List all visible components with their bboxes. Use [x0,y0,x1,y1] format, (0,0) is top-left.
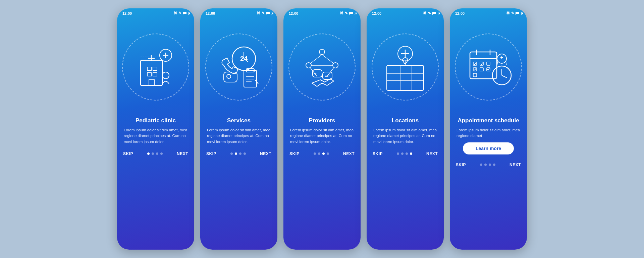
wifi-icon-3: ⌘ [340,11,343,15]
dot-2-4 [244,152,246,155]
screen-locations: 12:00 ⌘ ✎ [367,8,444,250]
dot-3-2 [318,152,320,155]
svg-line-29 [322,55,333,63]
dot-5-2 [484,164,487,166]
status-bar-3: 12:00 ⌘ ✎ [283,8,361,17]
learn-more-button[interactable]: Learn more [463,142,514,154]
screen-title-1: Pediatric clinic [124,117,187,124]
status-bar-5: 12:00 ⌘ ✎ [450,8,527,17]
svg-rect-60 [473,68,477,71]
svg-rect-53 [473,62,477,65]
dots-2 [230,152,246,155]
svg-rect-1 [147,67,151,70]
svg-rect-3 [147,73,151,76]
screen-providers: 12:00 ⌘ ✎ [283,8,361,250]
text-area-4: Locations Lorem ipsum dolor sit dim amet… [367,117,444,149]
icon-area-1 [117,17,194,117]
status-bar-2: 12:00 ⌘ ✎ [200,8,277,17]
screen-desc-3: Lorem ipsum dolor sit dim amet, mea regi… [290,127,354,145]
skip-button-5[interactable]: SKIP [456,163,466,167]
next-button-3[interactable]: NEXT [343,151,355,156]
svg-line-72 [497,61,498,65]
status-time-1: 12:00 [122,11,132,15]
svg-line-58 [481,63,483,65]
dot-1-4 [160,152,163,155]
dot-1-1 [147,152,150,155]
dot-5-3 [489,164,491,166]
dot-2-1 [230,152,233,155]
svg-point-18 [227,74,231,78]
svg-line-55 [475,63,476,65]
svg-rect-33 [313,70,322,77]
screen-desc-1: Lorem ipsum dolor sit dim amet, mea regi… [124,127,187,145]
dot-4-4 [410,152,412,155]
dots-5 [480,164,495,166]
icon-area-4 [367,17,444,117]
skip-button-2[interactable]: SKIP [206,151,216,156]
clinic-icon [129,40,182,94]
next-button-1[interactable]: NEXT [177,151,188,156]
dot-3-1 [314,152,316,155]
status-bar-1: 12:00 ⌘ ✎ [117,8,194,17]
text-area-1: Pediatric clinic Lorem ipsum dolor sit d… [117,117,194,149]
locations-icon [378,40,432,94]
nav-bar-5: SKIP NEXT [450,160,527,172]
screen-title-5: Appointment schedule [457,117,520,124]
battery-icon-4 [432,12,438,15]
dot-1-3 [156,152,158,155]
providers-icon-circle [288,34,356,101]
svg-line-62 [475,68,476,70]
nav-bar-3: SKIP NEXT [283,149,361,161]
dot-1-2 [152,152,154,155]
signal-icon-2: ✎ [262,11,265,15]
dot-4-3 [406,152,408,155]
svg-rect-2 [153,67,157,70]
skip-button-3[interactable]: SKIP [289,151,300,156]
dots-1 [147,152,163,155]
icon-area-5 [450,17,527,117]
dot-4-1 [397,152,399,155]
battery-icon-2 [266,12,272,15]
battery-icon-1 [183,12,189,15]
svg-line-66 [488,68,489,70]
screen-title-2: Services [207,117,271,124]
svg-rect-56 [480,62,483,65]
wifi-icon-1: ⌘ [173,11,177,15]
svg-line-28 [311,55,322,63]
signal-icon-1: ✎ [178,11,181,15]
skip-button-1[interactable]: SKIP [123,151,133,156]
next-button-4[interactable]: NEXT [426,151,438,156]
icon-area-2: 24 [200,17,277,117]
signal-icon-4: ✎ [428,11,431,15]
dot-5-4 [493,164,495,166]
dot-2-2 [235,152,237,155]
dots-4 [397,152,412,155]
providers-icon [295,40,349,94]
wifi-icon-5: ⌘ [506,11,510,15]
next-button-2[interactable]: NEXT [260,151,271,156]
next-button-5[interactable]: NEXT [509,163,521,167]
dot-5-1 [480,164,482,166]
nav-bar-2: SKIP NEXT [200,149,277,161]
appointment-icon-circle [455,34,522,101]
nav-bar-1: SKIP NEXT [117,149,194,161]
svg-rect-63 [480,68,483,71]
screen-title-3: Providers [290,117,354,124]
screen-desc-4: Lorem ipsum dolor sit dim amet, mea regi… [373,127,437,145]
status-time-4: 12:00 [372,11,381,15]
battery-icon-5 [516,12,522,15]
svg-point-26 [306,63,311,68]
battery-icon-3 [349,12,355,15]
svg-rect-67 [473,73,477,77]
svg-point-11 [162,72,169,79]
nav-bar-4: SKIP NEXT [367,149,444,161]
status-bar-4: 12:00 ⌘ ✎ [367,8,444,17]
skip-button-4[interactable]: SKIP [373,151,383,156]
screen-desc-2: Lorem ipsum dolor sit dim amet, mea regi… [207,127,271,145]
svg-rect-19 [244,70,257,87]
screen-pediatric-clinic: 12:00 ⌘ ✎ [117,8,194,250]
text-area-5: Appointment schedule Lorem ipsum dolor s… [450,117,527,160]
locations-icon-circle [372,34,439,101]
wifi-icon-4: ⌘ [423,11,427,15]
status-time-2: 12:00 [206,11,215,15]
